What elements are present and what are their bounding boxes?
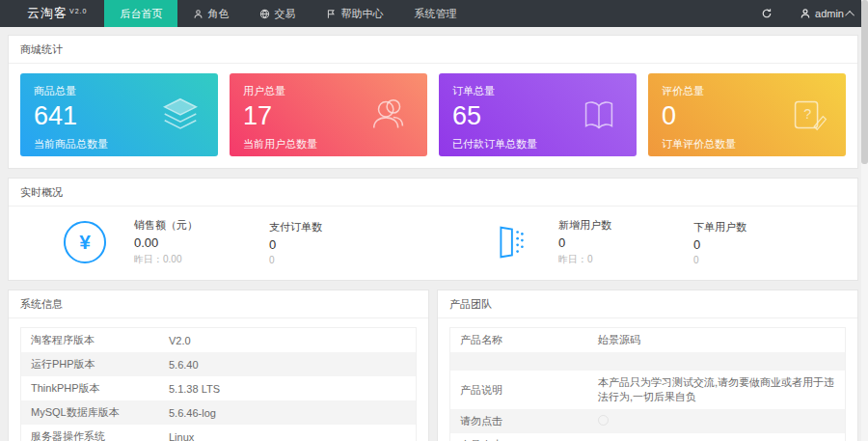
stat-card-sub: 订单评价总数量 [662, 137, 832, 152]
stat-new-users: 新增用户数 0 昨日：0 [558, 218, 693, 266]
stat-label: 新增用户数 [558, 218, 693, 233]
username-label: admin [815, 8, 844, 19]
table-row: 产品名称始景源码 [450, 328, 846, 353]
faint-circle-icon [598, 415, 609, 426]
stat-sub: 0 [269, 255, 404, 265]
stats-panel-title: 商城统计 [9, 36, 857, 64]
brand-name: 云淘客 [27, 5, 68, 22]
nav-item-help[interactable]: 帮助中心 [311, 0, 398, 27]
system-info-table: 淘客程序版本V2.0 运行PHP版本5.6.40 ThinkPHP版本5.1.3… [20, 327, 417, 441]
nav-item-trade[interactable]: 交易 [244, 0, 311, 27]
top-navbar: 云淘客 V2.0 后台首页 角色 交易 帮助中心 系统管理 [0, 0, 868, 27]
product-team-panel: 产品团队 产品名称始景源码 产品说明本产品只为学习测试交流,请勿要做商业或者用于… [437, 289, 858, 441]
stat-ordering-users: 下单用户数 0 0 [693, 220, 828, 265]
stat-card-orders: 订单总量 65 已付款订单总数量 [439, 73, 637, 156]
refresh-button[interactable] [747, 0, 786, 27]
product-team-title: 产品团队 [438, 290, 857, 318]
brand-logo[interactable]: 云淘客 V2.0 [0, 0, 104, 27]
realtime-group-users: 新增用户数 0 昨日：0 下单用户数 0 0 [433, 218, 857, 266]
user-menu[interactable]: admin [786, 0, 868, 27]
stat-paid-orders: 支付订单数 0 0 [269, 220, 404, 265]
main-content: 商城统计 商品总量 641 当前商品总数量 用户总量 17 当前用户总数量 [0, 27, 868, 441]
product-team-table: 产品名称始景源码 产品说明本产品只为学习测试交流,请勿要做商业或者用于违法行为,… [449, 327, 846, 441]
stat-value: 0 [558, 235, 693, 250]
table-row: 服务器操作系统Linux [21, 425, 417, 441]
user-icon [800, 8, 811, 19]
stat-label: 销售额（元） [134, 218, 269, 233]
stat-card-sub: 当前用户总数量 [243, 137, 414, 152]
stat-label: 下单用户数 [693, 220, 828, 234]
nav-item-roles[interactable]: 角色 [177, 0, 244, 27]
table-row: 产品说明本产品只为学习测试交流,请勿要做商业或者用于违法行为,一切后果自负 [450, 371, 846, 409]
table-row: MySQL数据库版本5.6.46-log [21, 400, 417, 425]
stat-value: 0 [693, 237, 828, 252]
nav-item-system-label: 系统管理 [414, 7, 456, 21]
layers-icon [158, 93, 203, 137]
stat-sub: 0 [693, 255, 828, 265]
stats-panel: 商城统计 商品总量 641 当前商品总数量 用户总量 17 当前用户总数量 [8, 35, 858, 169]
nav-item-home-label: 后台首页 [120, 7, 162, 21]
stat-sub: 昨日：0 [558, 253, 693, 266]
stat-card-sub: 当前商品总数量 [34, 137, 204, 152]
realtime-row: ¥ 销售额（元） 0.00 昨日：0.00 支付订单数 0 0 [9, 207, 857, 280]
refresh-icon [761, 8, 773, 19]
table-row: 请勿点击 [450, 409, 846, 433]
stat-sub: 昨日：0.00 [134, 253, 269, 266]
table-row: 产品大小25.5M [450, 433, 846, 441]
bottom-row: 系统信息 淘客程序版本V2.0 运行PHP版本5.6.40 ThinkPHP版本… [8, 289, 858, 441]
main-nav: 后台首页 角色 交易 帮助中心 系统管理 [104, 0, 472, 27]
edit-question-icon: ? [786, 93, 830, 137]
table-row [450, 352, 846, 371]
table-row: 淘客程序版本V2.0 [21, 328, 417, 353]
nav-item-help-label: 帮助中心 [340, 7, 383, 21]
stat-sales: 销售额（元） 0.00 昨日：0.00 [134, 218, 269, 266]
scrollbar[interactable] [861, 0, 868, 441]
svg-text:?: ? [803, 106, 811, 122]
table-row: 运行PHP版本5.6.40 [21, 352, 417, 376]
users-icon [367, 93, 412, 137]
stat-card-products: 商品总量 641 当前商品总数量 [20, 73, 218, 156]
mobile-users-icon [487, 220, 531, 264]
navbar-right: admin [747, 0, 868, 27]
nav-item-roles-label: 角色 [207, 7, 229, 21]
user-icon [193, 9, 203, 19]
stat-card-users: 用户总量 17 当前用户总数量 [230, 73, 427, 156]
stat-card-reviews: 评价总量 0 订单评价总数量 ? [648, 73, 846, 156]
stat-card-sub: 已付款订单总数量 [452, 137, 623, 152]
realtime-panel: 实时概况 ¥ 销售额（元） 0.00 昨日：0.00 支付订单数 0 0 [8, 178, 858, 281]
chevron-up-icon [845, 10, 854, 19]
system-info-panel: 系统信息 淘客程序版本V2.0 运行PHP版本5.6.40 ThinkPHP版本… [8, 289, 429, 441]
book-icon [577, 93, 621, 137]
nav-item-system[interactable]: 系统管理 [398, 0, 472, 27]
stat-cards-row: 商品总量 641 当前商品总数量 用户总量 17 当前用户总数量 [9, 64, 857, 168]
stat-label: 支付订单数 [269, 220, 404, 234]
stat-value: 0.00 [134, 235, 269, 250]
table-row: ThinkPHP版本5.1.38 LTS [21, 376, 417, 400]
system-info-title: 系统信息 [9, 290, 428, 318]
scrollbar-thumb[interactable] [861, 0, 868, 164]
brand-version: V2.0 [69, 8, 87, 14]
yen-icon: ¥ [63, 220, 107, 264]
realtime-panel-title: 实时概况 [9, 179, 857, 207]
nav-item-trade-label: 交易 [274, 7, 295, 21]
nav-item-home[interactable]: 后台首页 [104, 0, 177, 27]
stat-value: 0 [269, 237, 404, 252]
flag-icon [326, 9, 337, 19]
realtime-group-sales: ¥ 销售额（元） 0.00 昨日：0.00 支付订单数 0 0 [9, 218, 433, 266]
globe-icon [259, 9, 270, 19]
